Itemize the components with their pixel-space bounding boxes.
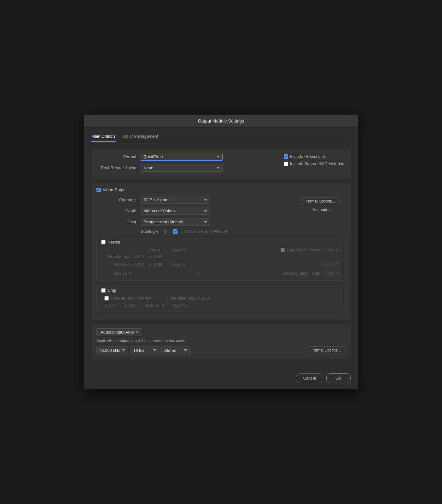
audio-output-label: Audio Output Auto [101,330,134,335]
resize-checkbox[interactable] [101,240,106,244]
resize-to-row: Resize to: 1920 x 1080 Custom Custom [104,261,341,268]
resize-grid: Width Height Lock Aspect Ratio to 16:9 (… [101,248,341,277]
include-source-xmp-label: Include Source XMP Metadata [290,161,346,166]
rendering-at-label: Rendering at: [104,254,133,259]
tab-color-management[interactable]: Color Management [123,134,158,142]
video-right-panel: Format Options... Animation [295,196,346,212]
audio-output-section: Audio Output Auto ▾ Audio will be output… [91,324,351,359]
crop-sub-row: Use Region of Interest Final Size: 1920 … [101,296,341,301]
custom-label: Custom [171,262,185,267]
audio-output-dropdown[interactable]: Audio Output Auto ▾ [96,328,142,336]
use-comp-frame-label: Use Comp Frame Number [181,229,229,234]
dialog-title: Output Module Settings [84,115,358,128]
cancel-button[interactable]: Cancel [296,373,323,383]
channels-label: Channels: [96,198,137,202]
left-val: 0 [134,303,137,308]
format-select[interactable]: QuickTime [141,153,223,161]
post-render-row: Post-Render Action: None [96,164,277,172]
rendering-at-row: Rendering at: 1920 x 1080 [104,254,341,259]
top-coord: Top: 0 [104,303,116,308]
color-row: Color: Premultiplied (Matted) [96,218,289,226]
x-sep-2: x [149,262,151,267]
audio-format-options-button[interactable]: Format Options... [307,346,346,354]
right-label: Right: [173,303,184,308]
format-options-button[interactable]: Format Options... [301,197,340,205]
resize-to-width: 1920 [135,262,147,267]
final-size-label: Final Size: 1920 x 1080 [167,296,210,301]
color-label: Color: [96,220,137,224]
x-sep-3: x [197,271,216,276]
resize-section: Resize Width Height Lock Aspect Ratio to… [96,236,346,281]
video-fields: Channels: RGB + Alpha Depth: Millions of… [96,196,289,236]
ok-button[interactable]: OK [326,373,351,383]
channels-select[interactable]: RGB + Alpha [141,196,210,204]
resize-header: Resize [101,240,341,244]
include-source-xmp-checkbox[interactable] [284,162,288,166]
starting-value: 0 [164,229,166,234]
video-output-section: Video Output Channels: RGB + Alpha Depth… [91,183,351,320]
right-checkboxes: Include Project Link Include Source XMP … [284,153,346,166]
rendering-width: 1920 [135,254,147,259]
resize-quality-label: Resize Quality: [281,271,308,276]
include-project-link-row: Include Project Link [284,154,346,159]
resize-pct-row: Resize %: x Resize Quality: High High [104,270,341,277]
post-render-label: Post-Render Action: [96,165,137,170]
use-comp-frame-checkbox[interactable] [173,229,177,234]
audio-chevron-icon: ▾ [136,330,138,335]
include-project-link-label: Include Project Link [290,154,326,159]
depth-row: Depth: Millions of Colors+ [96,207,289,215]
use-roi-row: Use Region of Interest [104,296,151,301]
tab-main-options[interactable]: Main Options [91,134,116,142]
crop-checkbox[interactable] [101,288,106,293]
resize-title: Resize [108,240,120,244]
animation-label: Animation [312,207,331,212]
right-val: 0 [185,303,187,308]
audio-khz-select[interactable]: 48.000 kHz [96,346,128,354]
audio-controls-row: 48.000 kHz 16 Bit Stereo Format Options.… [96,346,346,354]
use-roi-checkbox[interactable] [104,296,109,301]
crop-coords-row: Top: 0 Left: 0 Bottom: 0 Right: 0 [101,303,341,308]
resize-quality-select: High [324,270,341,277]
post-render-select[interactable]: None [141,164,223,172]
audio-stereo-select[interactable]: Stereo [161,346,190,354]
include-project-link-checkbox[interactable] [284,154,288,159]
include-source-xmp-row: Include Source XMP Metadata [284,161,346,166]
starting-label: Starting #: [141,229,159,234]
bottom-val: 0 [161,303,164,308]
left-label: Left: [125,303,133,308]
custom-select: Custom [319,261,341,268]
bottom-label: Bottom: [146,303,160,308]
crop-title: Crop [108,288,116,293]
height-col-label: Height [173,248,198,252]
right-coord: Right: 0 [173,303,187,308]
use-roi-label: Use Region of Interest [111,296,151,301]
color-select[interactable]: Premultiplied (Matted) [141,218,210,226]
audio-note: Audio will be output only if the composi… [96,339,346,343]
video-output-checkbox[interactable] [96,188,101,192]
top-label: Top: [104,303,112,308]
crop-header: Crop [101,288,341,293]
depth-label: Depth: [96,209,137,213]
audio-dropdown-row: Audio Output Auto ▾ [96,328,346,336]
dialog-footer: Cancel OK [84,370,358,389]
resize-quality-value: High [312,271,320,276]
resize-to-label: Resize to: [104,262,133,267]
format-label: Format: [96,154,137,159]
width-col-label: Width [135,248,160,252]
x-sep-1: x [149,254,151,259]
resize-pct-label: Resize %: [104,271,133,276]
format-row: Format: QuickTime [96,153,277,161]
video-output-title: Video Output [103,187,127,192]
top-val: 0 [113,303,116,308]
resize-col-headers: Width Height Lock Aspect Ratio to 16:9 (… [104,248,341,252]
bottom-coord: Bottom: 0 [146,303,164,308]
channels-row: Channels: RGB + Alpha [96,196,289,204]
depth-select[interactable]: Millions of Colors+ [141,207,210,215]
format-section: Format: QuickTime Post-Render Action: No… [91,148,351,179]
lock-aspect-checkbox [281,248,285,252]
audio-bit-select[interactable]: 16 Bit [131,346,159,354]
resize-to-height: 1080 [153,262,166,267]
tab-bar: Main Options Color Management [91,134,351,142]
output-module-dialog: Output Module Settings Main Options Colo… [84,115,358,389]
rendering-height: 1080 [153,254,166,259]
